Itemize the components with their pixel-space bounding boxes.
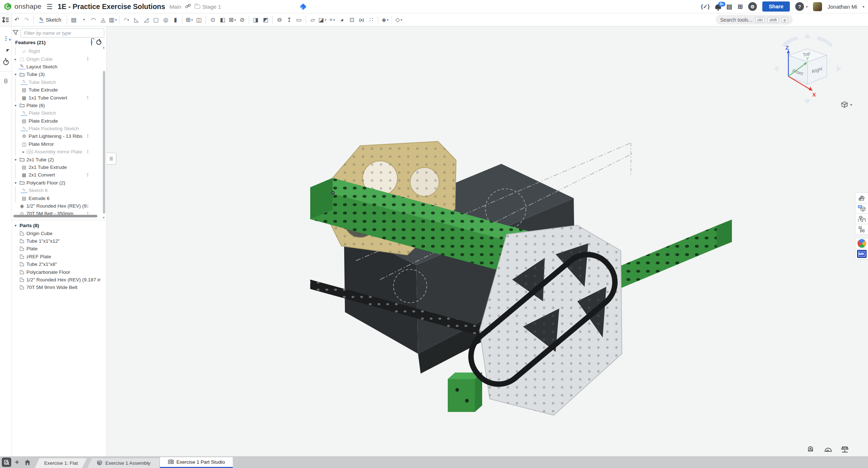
link-icon[interactable] [185,3,191,10]
fill-surface-icon[interactable]: ◪▾ [317,14,327,25]
feature-panel-collapse-handle[interactable]: ☰ [107,153,116,165]
kebab-menu-icon[interactable]: ⁞ [87,173,88,177]
chevron-right-icon[interactable]: ▸ [21,150,26,154]
undo-icon[interactable]: ↶ [12,14,22,25]
kebab-menu-icon[interactable]: ⁞ [87,204,88,208]
part-row[interactable]: Polycarbonate Floor [13,268,101,276]
feature-row[interactable]: ▸▢Origin Cube⁞ [13,55,101,63]
feature-row[interactable]: ▱Right [13,47,101,55]
apps-grid-icon[interactable]: ⊞ [738,3,743,10]
configurations-button[interactable] [855,203,868,214]
export-icon[interactable]: ↥ [284,14,294,25]
user-menu-caret-icon[interactable]: ▾ [863,5,864,9]
import-icon[interactable]: ⊡ [347,14,357,25]
extension-mk-button[interactable]: MK [855,248,868,259]
feature-row[interactable]: ⚙Part Lightening - 13 Ribs⁞ [13,132,101,140]
composite-part-icon[interactable]: ∷ [366,14,376,25]
configuration-variables-button[interactable]: (x) [855,224,868,235]
feature-row[interactable]: ▤2x1 Tube Extrude [13,163,101,171]
workspace-label[interactable]: Main [169,4,181,10]
move-face-icon[interactable]: ◨ [251,14,261,25]
chevron-down-icon[interactable]: ▾ [13,224,18,227]
feature-row[interactable]: ▩2x1 Convert⁞ [13,171,101,179]
kebab-menu-icon[interactable]: ⁞ [87,96,88,99]
help-icon[interactable]: ? [795,2,804,11]
chevron-right-icon[interactable]: ▸ [13,57,18,61]
onshape-logo[interactable]: onshape [4,2,41,11]
tape-measure-icon[interactable] [807,446,816,453]
feature-row[interactable]: ◫Plate Mirror [13,140,101,148]
model-green-tube-right[interactable] [615,220,732,290]
chevron-down-icon[interactable]: ▾ [401,18,403,22]
part-row[interactable]: 1/2" Rounded Hex (REV) (9.187 in) [13,276,101,284]
sweep-icon[interactable]: ◠ [88,14,98,25]
view-options-button[interactable]: ▾ [841,101,852,108]
rotate-left-arrow[interactable] [774,65,778,72]
shell-icon[interactable]: ▢ [151,14,161,25]
feature-row[interactable]: ▾Tube (3) [13,71,101,78]
named-views-icon[interactable]: ◇▾ [394,14,404,25]
feature-row[interactable]: ▾2x1 Tube (2) [13,156,101,163]
horizontal-scrollbar[interactable] [13,215,97,217]
protractor-icon[interactable] [824,446,833,453]
feature-row[interactable]: ◉1/2" Rounded Hex (REV) (9.187 in)⁞ [13,202,101,210]
variable-icon[interactable]: (x) [357,14,366,25]
view-cube[interactable]: Top Front Right Z X Y [770,31,846,107]
tab-exercise-1-part-studio[interactable]: Exercise 1 Part Studio [160,457,233,468]
delete-part-icon[interactable]: ⊘ [237,14,247,25]
appearance-panel-button[interactable] [855,192,868,203]
kebab-menu-icon[interactable]: ⁞ [87,57,88,61]
chevron-down-icon[interactable]: ▾ [325,18,326,22]
parts-header-row[interactable]: ▾Parts (8) [13,222,101,229]
scroll-down-arrow[interactable]: ▼ [102,216,105,220]
chamfer-icon[interactable]: ◺ [131,14,141,25]
feature-list-toggle[interactable] [0,13,12,26]
search-tabs-button[interactable] [2,458,11,467]
delete-face-icon[interactable]: ⊖ [274,14,284,25]
rollback-history-button[interactable] [96,40,101,45]
chevron-down-icon[interactable]: ▾ [127,18,129,22]
share-button[interactable]: Share [762,1,790,12]
avatar[interactable] [813,2,822,11]
chevron-down-icon[interactable]: ▾ [234,18,236,22]
follow-checklist-icon[interactable]: ≡ [4,78,7,84]
chevron-down-icon[interactable]: ▾ [13,181,18,185]
rib-icon[interactable]: ▮ [170,14,180,25]
chevron-down-icon[interactable]: ▾ [115,18,117,22]
document-menu-icon[interactable]: ☰ [46,3,52,11]
feature-row[interactable]: ▸AmAssembly mirror Plate⁞ [13,148,101,156]
feature-row[interactable]: ✎Layout Sketch [13,63,101,71]
loft-icon[interactable]: ◬ [98,14,108,25]
vertical-scrollbar[interactable] [103,71,105,214]
add-tab-button[interactable]: + [12,458,22,467]
draft-icon[interactable]: ◿ [141,14,151,25]
chevron-down-icon[interactable]: ▾ [13,103,18,107]
part-row[interactable]: 70T 5M 9mm Wide Belt [13,284,101,291]
feature-row[interactable]: ▩1x1 Tube Convert⁞ [13,94,101,101]
feature-row[interactable]: ▤Plate Extrude [13,117,101,125]
learning-center-icon[interactable]: ⚙ [748,2,757,11]
fillet-icon[interactable]: ◜▾ [122,14,131,25]
graphics-area[interactable]: ☰ Top Front Right [107,26,868,456]
thicken-icon[interactable]: ▥▾ [108,14,118,25]
insert-item-icon[interactable]: ⋮+ [3,35,8,42]
part-row[interactable]: Tube 2"x1"x8" [13,260,101,268]
rotate-down-arrow[interactable] [804,99,811,104]
chevron-down-icon[interactable]: ▾ [13,158,18,162]
feature-row[interactable]: ▾Polycarb Floor (2) [13,179,101,187]
transform-icon[interactable]: ⊠▾ [227,14,237,25]
sketch-button[interactable]: ✎Sketch [35,14,65,25]
chevron-down-icon[interactable]: ▾ [191,18,193,22]
model-green-post[interactable] [448,373,482,412]
linear-pattern-icon[interactable]: ⊞▾ [184,14,194,25]
feature-row[interactable]: ▤Extrude 6 [13,194,101,202]
tasks-checklist-icon[interactable]: ▤ [726,3,732,10]
kebab-menu-icon[interactable]: ⁞ [87,150,88,154]
featurescript-icon[interactable]: {✓} [701,3,709,10]
split-icon[interactable]: ◧ [218,14,227,25]
rotate-up-arrow[interactable] [804,34,811,38]
feature-row[interactable]: ✎Plate Sketch [13,109,101,117]
part-row[interactable]: Plate [13,245,101,252]
revolve-icon[interactable]: ◔ [79,14,88,25]
hole-icon[interactable]: ◎ [161,14,170,25]
